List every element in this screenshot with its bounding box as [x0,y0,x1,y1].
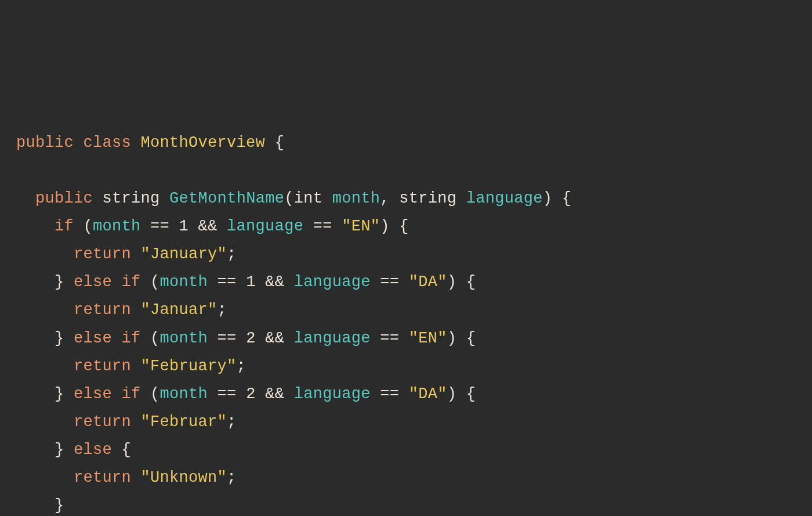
paren-close: ) { [543,190,572,207]
var-language: language [294,385,371,403]
string-literal: "January" [141,246,227,263]
semicolon: ; [237,358,246,375]
param-language: language [466,190,543,207]
operator-eq: == [208,273,246,291]
paren-open: ( [284,190,294,207]
string-literal: "DA" [409,273,447,291]
string-literal: "Februar" [141,413,227,431]
operator-eq: == [371,273,409,291]
brace-close: } [55,330,74,347]
string-literal: "EN" [409,330,447,347]
operator-and: && [188,218,227,235]
number-literal: 2 [246,385,256,403]
brace-open: { [112,441,131,459]
string-literal: "February" [141,358,237,375]
keyword-else: else [74,385,112,403]
operator-eq: == [303,218,342,235]
keyword-return: return [74,469,131,486]
var-language: language [294,273,371,291]
semicolon: ; [227,469,237,486]
keyword-else: else [74,273,112,291]
brace-close: } [55,385,74,403]
paren-open: ( [74,218,93,235]
method-name: GetMonthName [169,190,284,207]
string-literal: "Unknown" [141,469,227,486]
paren-open: ( [141,330,160,347]
number-literal: 1 [179,218,189,235]
paren-close: ) { [447,273,476,291]
var-language: language [294,330,371,347]
brace-close: } [55,441,74,459]
code-block: public class MonthOverview { public stri… [16,129,796,516]
brace-close: } [55,497,64,514]
operator-eq: == [371,385,409,403]
keyword-class: class [84,134,132,151]
type-int: int [294,190,323,207]
semicolon: ; [227,413,237,431]
keyword-public: public [16,134,74,151]
operator-eq: == [371,330,409,347]
keyword-return: return [74,358,131,375]
paren-open: ( [141,385,160,403]
keyword-if: if [122,273,141,291]
operator-eq: == [141,218,179,235]
brace-open: { [265,134,284,151]
type-string: string [399,190,456,207]
type-string: string [103,190,160,207]
keyword-if: if [55,218,74,235]
brace-close: } [55,273,74,291]
semicolon: ; [217,301,227,319]
operator-and: && [256,273,294,291]
keyword-if: if [122,385,141,403]
comma: , [380,190,399,207]
number-literal: 1 [246,273,256,291]
paren-close: ) { [380,218,409,235]
operator-eq: == [208,330,246,347]
keyword-return: return [74,301,131,319]
var-month: month [160,385,208,403]
var-month: month [160,273,208,291]
var-language: language [227,218,303,235]
var-month: month [93,218,141,235]
keyword-if: if [122,330,141,347]
paren-close: ) { [447,385,476,403]
number-literal: 2 [246,330,256,347]
operator-and: && [256,330,294,347]
semicolon: ; [227,246,237,263]
var-month: month [160,330,208,347]
keyword-else: else [74,330,112,347]
string-literal: "DA" [409,385,447,403]
keyword-public: public [35,190,93,207]
paren-close: ) { [447,330,476,347]
string-literal: "EN" [342,218,380,235]
paren-open: ( [141,273,160,291]
keyword-else: else [74,441,112,459]
param-month: month [332,190,380,207]
string-literal: "Januar" [141,301,217,319]
keyword-return: return [74,246,131,263]
class-name: MonthOverview [141,134,266,151]
operator-and: && [256,385,294,403]
operator-eq: == [208,385,246,403]
keyword-return: return [74,413,131,431]
